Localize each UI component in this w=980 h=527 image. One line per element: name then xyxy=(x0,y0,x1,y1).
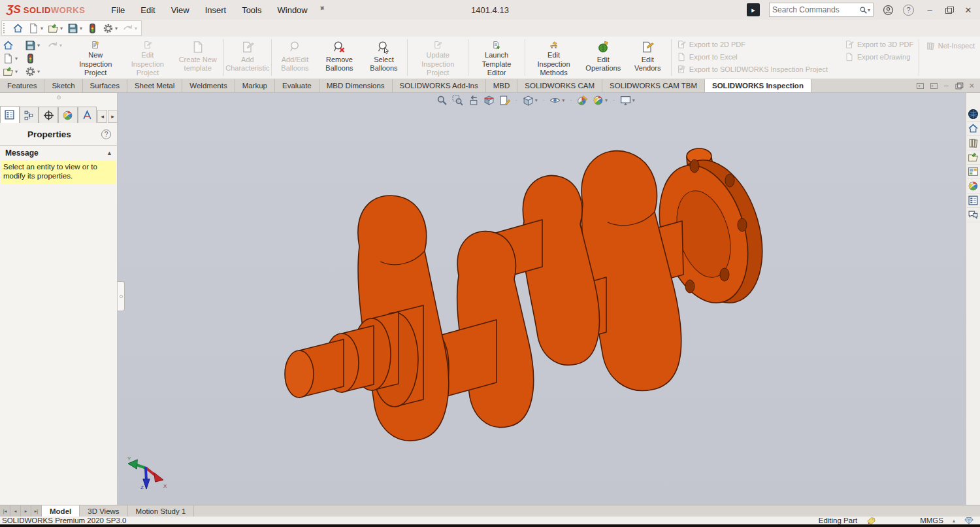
panel-help-icon[interactable]: ? xyxy=(101,129,111,139)
new-document-icon[interactable] xyxy=(3,53,14,64)
panel-tab-scroll-right[interactable]: ▸ xyxy=(108,110,118,123)
options-icon[interactable] xyxy=(103,23,114,34)
gem-icon[interactable] xyxy=(964,516,973,525)
graphics-viewport[interactable]: · ▾ · ▾ · ▾ · ▾ xyxy=(118,93,966,505)
tab-evaluate[interactable]: Evaluate xyxy=(275,79,319,92)
edit-operations-button[interactable]: Edit Operations xyxy=(581,37,625,78)
search-commands-box[interactable]: ▾ xyxy=(769,3,874,17)
new-inspection-project-button[interactable]: New Inspection Project xyxy=(69,37,122,78)
remove-balloons-button[interactable]: Remove Balloons xyxy=(317,37,361,78)
custom-properties-icon[interactable] xyxy=(968,195,979,206)
view-palette-icon[interactable] xyxy=(968,166,979,177)
propertymanager-tab[interactable] xyxy=(0,106,20,123)
edit-vendors-button[interactable]: Edit Vendors xyxy=(625,37,670,78)
rebuild-icon[interactable] xyxy=(25,53,36,64)
home-icon[interactable] xyxy=(3,40,14,51)
panel-tab-scroll-left[interactable]: ◂ xyxy=(97,110,107,123)
save-icon[interactable] xyxy=(25,40,36,51)
undo-icon xyxy=(122,23,133,34)
menu-file[interactable]: File xyxy=(103,3,133,18)
help-icon[interactable]: ? xyxy=(903,5,914,16)
export-excel-button: Export to Excel xyxy=(677,52,828,61)
tab-weldments[interactable]: Weldments xyxy=(182,79,235,92)
dimxpertmanager-tab[interactable] xyxy=(78,107,97,123)
previous-pane-icon[interactable] xyxy=(917,83,924,89)
save-dropdown-icon[interactable]: ▾ xyxy=(37,42,40,48)
tab-scroll-next-icon[interactable]: ▸ xyxy=(21,505,31,517)
tab-sketch[interactable]: Sketch xyxy=(44,79,82,92)
tab-scroll-first-icon[interactable]: |◂ xyxy=(0,505,10,517)
tab-mbd-dimensions[interactable]: MBD Dimensions xyxy=(319,79,393,92)
menu-view[interactable]: View xyxy=(163,3,197,18)
options-dropdown-icon[interactable]: ▾ xyxy=(37,69,40,75)
tab-solidworks-cam-tbm[interactable]: SOLIDWORKS CAM TBM xyxy=(602,79,705,92)
menu-tools[interactable]: Tools xyxy=(234,3,269,18)
document-minimize-icon[interactable]: – xyxy=(944,81,949,90)
home-icon[interactable] xyxy=(12,23,24,34)
tab-mbd[interactable]: MBD xyxy=(486,79,518,92)
account-icon[interactable] xyxy=(883,5,894,16)
collapse-chevron-icon[interactable]: ▲ xyxy=(106,150,112,156)
edit-inspection-methods-button[interactable]: Edit Inspection Methods xyxy=(527,37,581,78)
search-commands-input[interactable] xyxy=(772,5,859,14)
menu-insert[interactable]: Insert xyxy=(197,3,235,18)
solidworks-resources-icon[interactable] xyxy=(968,123,979,134)
configurationmanager-tab[interactable] xyxy=(39,107,58,123)
tab-solidworks-inspection[interactable]: SOLIDWORKS Inspection xyxy=(705,79,811,92)
tag-edit-icon[interactable] xyxy=(866,516,875,525)
next-pane-icon[interactable] xyxy=(930,83,938,89)
tab-surfaces[interactable]: Surfaces xyxy=(83,79,127,92)
undo-icon xyxy=(47,40,58,51)
tab-3d-views[interactable]: 3D Views xyxy=(80,505,127,517)
options-icon[interactable] xyxy=(25,66,36,77)
units-value[interactable]: MMGS xyxy=(920,517,943,524)
new-document-dropdown-icon[interactable]: ▾ xyxy=(41,26,43,31)
search-dropdown-icon[interactable]: ▾ xyxy=(868,7,870,13)
tab-model[interactable]: Model xyxy=(42,505,80,517)
open-icon[interactable] xyxy=(3,66,14,77)
open-icon[interactable] xyxy=(48,23,59,34)
save-dropdown-icon[interactable]: ▾ xyxy=(80,26,82,31)
minimize-button[interactable]: – xyxy=(923,5,936,15)
appearancemanager-tab[interactable] xyxy=(58,107,78,123)
open-dropdown-icon[interactable]: ▾ xyxy=(15,69,18,75)
menu-edit[interactable]: Edit xyxy=(133,3,163,18)
panel-collapse-handle[interactable] xyxy=(118,281,125,311)
3dexperience-icon[interactable] xyxy=(968,109,979,120)
launch-template-editor-button[interactable]: Launch Template Editor xyxy=(470,37,523,78)
edit-inspection-project-icon xyxy=(141,41,154,49)
restore-button[interactable] xyxy=(945,7,953,13)
new-document-dropdown-icon[interactable]: ▾ xyxy=(15,56,18,61)
document-close-icon[interactable]: ✕ xyxy=(969,82,975,90)
message-section-header[interactable]: Message ▲ xyxy=(0,146,118,160)
toolbar-drag-handle[interactable] xyxy=(3,23,7,33)
tab-scroll-last-icon[interactable]: ▸| xyxy=(31,505,42,517)
featuremanager-tab[interactable] xyxy=(20,107,39,123)
tab-features[interactable]: Features xyxy=(0,79,44,92)
tab-motion-study-1[interactable]: Motion Study 1 xyxy=(128,505,195,517)
select-balloons-button[interactable]: Select Balloons xyxy=(361,37,406,78)
close-button[interactable]: ✕ xyxy=(962,5,975,15)
file-explorer-icon[interactable] xyxy=(968,152,979,163)
tab-solidworks-cam[interactable]: SOLIDWORKS CAM xyxy=(517,79,602,92)
appearances-scenes-icon[interactable] xyxy=(968,180,979,192)
tab-solidworks-add-ins[interactable]: SOLIDWORKS Add-Ins xyxy=(393,79,486,92)
tab-markup[interactable]: Markup xyxy=(235,79,275,92)
tab-scroll-prev-icon[interactable]: ◂ xyxy=(10,505,21,517)
rebuild-icon[interactable] xyxy=(87,23,98,34)
open-dropdown-icon[interactable]: ▾ xyxy=(60,26,63,31)
crankshaft-model[interactable] xyxy=(118,93,966,505)
search-icon[interactable] xyxy=(859,6,868,14)
save-icon[interactable] xyxy=(67,23,78,34)
panel-splitter-grip[interactable] xyxy=(46,95,72,101)
options-dropdown-icon[interactable]: ▾ xyxy=(115,26,118,31)
units-dropdown-icon[interactable]: ▴ xyxy=(953,518,955,524)
document-restore-icon[interactable] xyxy=(955,83,962,89)
new-document-icon[interactable] xyxy=(28,23,39,34)
solidworks-forum-icon[interactable] xyxy=(968,209,979,220)
undo-dropdown-icon: ▾ xyxy=(59,42,62,48)
tab-sheet-metal[interactable]: Sheet Metal xyxy=(127,79,182,92)
solidworks-apps-icon[interactable]: ▸ xyxy=(747,3,760,16)
menu-window[interactable]: Window xyxy=(270,3,316,18)
design-library-icon[interactable] xyxy=(968,137,979,148)
